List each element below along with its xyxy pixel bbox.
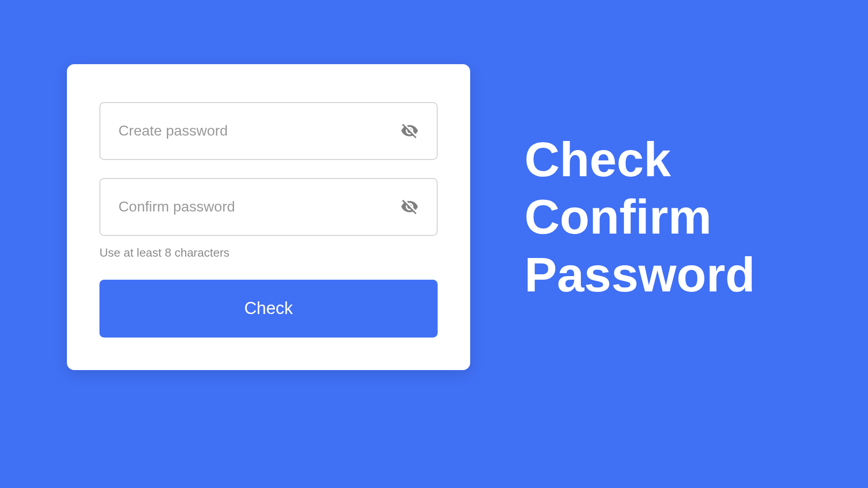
- heading-line-3: Password: [524, 246, 755, 303]
- eye-off-icon: [401, 122, 419, 140]
- eye-off-icon: [401, 198, 419, 216]
- confirm-password-input[interactable]: [118, 198, 397, 215]
- create-password-input[interactable]: [118, 122, 397, 139]
- toggle-create-password-visibility[interactable]: [397, 118, 422, 144]
- toggle-confirm-password-visibility[interactable]: [397, 194, 422, 220]
- heading-line-2: Confirm: [524, 188, 755, 245]
- create-password-field: [99, 102, 438, 160]
- page-heading: Check Confirm Password: [524, 131, 755, 303]
- confirm-password-field: [99, 178, 438, 236]
- heading-line-1: Check: [524, 131, 755, 188]
- password-card: Use at least 8 characters Check: [67, 64, 470, 370]
- check-button[interactable]: Check: [99, 280, 438, 338]
- page-container: Use at least 8 characters Check Check Co…: [0, 118, 868, 370]
- password-hint: Use at least 8 characters: [99, 246, 438, 260]
